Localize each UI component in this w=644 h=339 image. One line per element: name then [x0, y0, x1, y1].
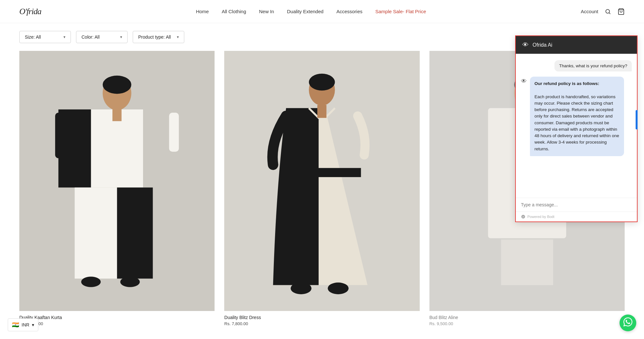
product-type-filter-label: Product type: All: [138, 34, 171, 40]
svg-rect-9: [75, 187, 117, 278]
product-price-2: Rs. 7,800.00: [224, 321, 419, 326]
svg-rect-10: [55, 113, 65, 158]
nav-all-clothing[interactable]: All Clothing: [222, 9, 246, 14]
svg-rect-8: [117, 187, 153, 278]
chat-messages[interactable]: Thanks, what is your refund policy? 👁 Ou…: [516, 54, 637, 198]
color-filter-label: Color: All: [82, 34, 100, 40]
account-link[interactable]: Account: [581, 9, 598, 14]
chat-header: 👁 Ofrida Ai: [516, 36, 637, 54]
whatsapp-button[interactable]: [620, 315, 636, 331]
nav-duality-extended[interactable]: Duality Extended: [287, 9, 323, 14]
svg-point-27: [521, 215, 525, 219]
product-image-1: [19, 51, 215, 311]
size-filter-label: Size: All: [25, 34, 41, 40]
svg-rect-11: [169, 113, 179, 152]
nav-sample-sale[interactable]: Sample Sale- Flat Price: [375, 9, 426, 14]
product-card-2[interactable]: Duality Blitz Dress Rs. 7,800.00: [224, 51, 419, 326]
svg-rect-26: [501, 240, 553, 285]
size-chevron-icon: ▾: [63, 35, 65, 39]
chat-message-input[interactable]: [521, 202, 632, 207]
product-name-1: Duality Kaaftan Kurta: [19, 315, 215, 320]
nav-home[interactable]: Home: [196, 9, 209, 14]
chat-title: Ofrida Ai: [533, 42, 552, 48]
header-actions: Account: [581, 8, 625, 15]
svg-rect-6: [91, 109, 143, 188]
color-filter[interactable]: Color: All ▾: [76, 31, 128, 43]
product-type-filter[interactable]: Product type: All ▾: [133, 31, 184, 43]
chat-eye-icon: 👁: [522, 41, 529, 49]
svg-point-5: [103, 76, 131, 94]
product-name-2: Duality Blitz Dress: [224, 315, 419, 320]
cart-button[interactable]: [618, 8, 625, 15]
svg-rect-12: [112, 108, 121, 121]
currency-flag: 🇮🇳: [12, 321, 19, 328]
svg-rect-19: [317, 105, 326, 118]
chat-side-bar: [636, 110, 638, 129]
header: O'frida Home All Clothing New In Duality…: [0, 0, 644, 23]
color-chevron-icon: ▾: [120, 35, 122, 39]
chat-user-message: Thanks, what is your refund policy?: [554, 60, 632, 71]
svg-point-21: [328, 283, 349, 294]
svg-point-13: [81, 277, 101, 287]
chat-input-area[interactable]: [516, 198, 637, 212]
size-filter[interactable]: Size: All ▾: [19, 31, 71, 43]
product-name-3: Bud Blitz Aline: [429, 315, 625, 320]
svg-rect-18: [283, 168, 361, 177]
product-type-chevron-icon: ▾: [177, 35, 179, 39]
search-button[interactable]: [605, 8, 611, 15]
chat-bot-text: Our refund policy is as follows: Each pr…: [530, 77, 624, 156]
product-image-2: [224, 51, 419, 311]
svg-line-1: [609, 13, 610, 14]
currency-code: INR: [22, 322, 29, 327]
currency-selector[interactable]: 🇮🇳 INR ▾: [8, 318, 38, 331]
powered-by-label: Powered by Bodt: [527, 215, 554, 219]
product-price-1: Rs. 7,800.00: [19, 321, 215, 326]
svg-point-0: [606, 9, 610, 13]
chat-widget: 👁 Ofrida Ai Thanks, what is your refund …: [515, 35, 638, 222]
whatsapp-icon: [623, 317, 632, 329]
chat-bot-body: Each product is handcrafted, so variatio…: [534, 94, 619, 151]
svg-point-14: [120, 277, 140, 287]
chat-powered-by: Powered by Bodt: [516, 212, 637, 221]
svg-point-20: [291, 283, 312, 294]
currency-chevron-icon: ▾: [32, 322, 34, 327]
main-nav: Home All Clothing New In Duality Extende…: [196, 9, 426, 14]
brand-logo[interactable]: O'frida: [19, 7, 41, 16]
chat-bot-eye-icon: 👁: [521, 78, 527, 85]
nav-new-in[interactable]: New In: [259, 9, 274, 14]
product-card-1[interactable]: Duality Kaaftan Kurta Rs. 7,800.00: [19, 51, 215, 326]
svg-point-17: [309, 74, 335, 91]
chat-bot-message-container: 👁 Our refund policy is as follows: Each …: [521, 77, 632, 156]
nav-accessories[interactable]: Accessories: [336, 9, 362, 14]
product-price-3: Rs. 9,500.00: [429, 321, 625, 326]
chat-bot-intro: Our refund policy is as follows:: [534, 81, 599, 86]
